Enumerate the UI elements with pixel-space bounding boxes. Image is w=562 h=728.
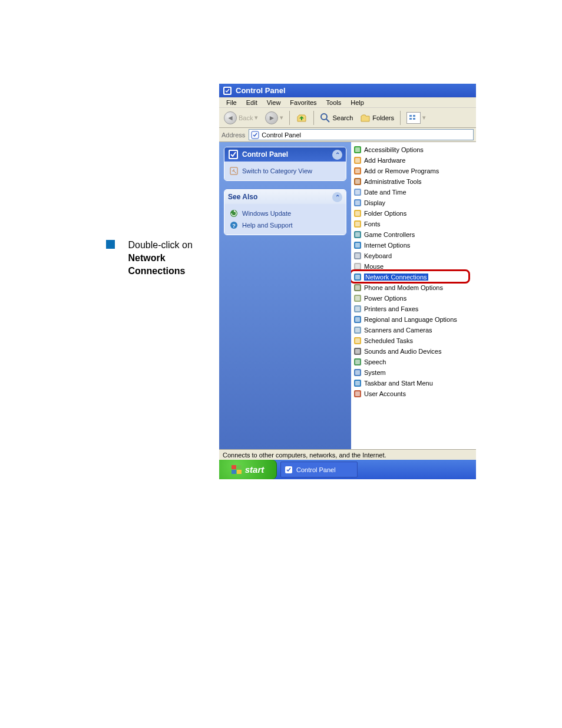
keyboard-icon bbox=[353, 251, 362, 261]
cp-item-add-hardware[interactable]: Add Hardware bbox=[352, 155, 475, 166]
cp-item-scanners[interactable]: Scanners and Cameras bbox=[352, 325, 475, 335]
menu-help[interactable]: Help bbox=[346, 98, 369, 107]
views-button[interactable]: ▾ bbox=[404, 111, 428, 124]
address-label: Address bbox=[222, 131, 245, 139]
phone-icon bbox=[353, 283, 362, 292]
svg-rect-18 bbox=[355, 158, 360, 163]
svg-rect-34 bbox=[355, 243, 360, 248]
cp-item-phone[interactable]: Phone and Modem Options bbox=[352, 282, 475, 293]
cp-item-fonts[interactable]: Fonts bbox=[352, 219, 475, 229]
menu-view[interactable]: View bbox=[262, 98, 286, 107]
cp-item-add-remove[interactable]: Add or Remove Programs bbox=[352, 166, 475, 176]
menu-file[interactable]: File bbox=[222, 98, 242, 107]
cp-item-internet[interactable]: Internet Options bbox=[352, 240, 475, 251]
taskpane-header-icon bbox=[228, 149, 239, 160]
svg-rect-38 bbox=[355, 264, 360, 269]
cp-item-label: Scanners and Cameras bbox=[364, 327, 432, 334]
regional-icon bbox=[353, 315, 362, 324]
back-arrow-icon: ◄ bbox=[224, 111, 237, 124]
folder-up-icon bbox=[296, 112, 308, 124]
taskbar-app-icon bbox=[285, 466, 293, 474]
speech-icon bbox=[353, 357, 362, 367]
back-label: Back bbox=[239, 114, 253, 121]
cp-item-regional[interactable]: Regional and Language Options bbox=[352, 314, 475, 325]
add-hardware-icon bbox=[353, 156, 362, 165]
taskbar-app-control-panel[interactable]: Control Panel bbox=[280, 462, 358, 477]
address-value: Control Panel bbox=[262, 131, 301, 139]
folders-button[interactable]: Folders bbox=[358, 112, 396, 124]
cp-item-printers[interactable]: Printers and Faxes bbox=[352, 304, 475, 314]
add-remove-icon bbox=[353, 166, 362, 176]
cp-item-accessibility[interactable]: Accessibility Options bbox=[352, 144, 475, 155]
cp-item-date-time[interactable]: Date and Time bbox=[352, 187, 475, 197]
svg-rect-65 bbox=[232, 470, 236, 474]
windows-logo-icon bbox=[232, 465, 242, 475]
game-icon bbox=[353, 230, 362, 239]
cp-item-mouse[interactable]: Mouse bbox=[352, 261, 475, 272]
svg-rect-24 bbox=[355, 190, 360, 195]
cp-item-label: Speech bbox=[364, 358, 386, 365]
svg-point-2 bbox=[321, 114, 327, 120]
instruction-line3: Connections bbox=[128, 266, 185, 276]
taskpane-see-also: See Also ⌃ Windows Update ? bbox=[224, 189, 346, 235]
cp-item-speech[interactable]: Speech bbox=[352, 357, 475, 367]
address-field[interactable]: Control Panel bbox=[249, 129, 474, 140]
taskbar-app-label: Control Panel bbox=[296, 466, 336, 473]
printers-icon bbox=[353, 304, 362, 314]
switch-category-view[interactable]: Switch to Category View bbox=[229, 165, 341, 177]
svg-rect-56 bbox=[355, 360, 360, 364]
menu-tools[interactable]: Tools bbox=[322, 98, 346, 107]
svg-rect-7 bbox=[413, 118, 415, 120]
cp-item-label: Folder Options bbox=[364, 210, 406, 217]
accessibility-icon bbox=[353, 145, 362, 154]
cp-item-label: Date and Time bbox=[364, 189, 406, 196]
windows-update-link[interactable]: Windows Update bbox=[229, 207, 341, 219]
cp-item-label: Sounds and Audio Devices bbox=[364, 348, 441, 355]
cp-item-label: Network Connections bbox=[364, 274, 428, 281]
cp-item-label: User Accounts bbox=[364, 390, 406, 397]
cp-item-label: Display bbox=[364, 199, 385, 206]
cp-item-folder-options[interactable]: Folder Options bbox=[352, 208, 475, 219]
help-support-link[interactable]: ? Help and Support bbox=[229, 219, 341, 231]
cp-item-network[interactable]: Network Connections bbox=[352, 272, 475, 282]
cp-item-display[interactable]: Display bbox=[352, 197, 475, 208]
cp-item-label: System bbox=[364, 369, 386, 376]
back-button: ◄ Back ▾ bbox=[222, 111, 260, 125]
forward-button: ► ▾ bbox=[263, 111, 286, 125]
svg-rect-4 bbox=[409, 115, 412, 117]
collapse-icon[interactable]: ⌃ bbox=[332, 150, 342, 160]
see-also-header[interactable]: See Also ⌃ bbox=[224, 190, 346, 204]
cp-item-label: Add or Remove Programs bbox=[364, 167, 439, 174]
search-button[interactable]: Search bbox=[318, 112, 355, 124]
start-label: start bbox=[245, 465, 265, 475]
cp-item-users[interactable]: User Accounts bbox=[352, 388, 475, 399]
cp-item-keyboard[interactable]: Keyboard bbox=[352, 251, 475, 261]
help-support-label: Help and Support bbox=[242, 222, 293, 229]
cp-item-taskbar[interactable]: Taskbar and Start Menu bbox=[352, 378, 475, 388]
up-button[interactable] bbox=[293, 111, 310, 124]
scanners-icon bbox=[353, 325, 362, 335]
cp-item-scheduled[interactable]: Scheduled Tasks bbox=[352, 335, 475, 346]
svg-rect-42 bbox=[355, 285, 360, 290]
taskpane-header[interactable]: Control Panel ⌃ bbox=[224, 147, 346, 162]
svg-rect-60 bbox=[355, 381, 360, 386]
scheduled-icon bbox=[353, 336, 362, 345]
cp-item-game[interactable]: Game Controllers bbox=[352, 229, 475, 240]
svg-rect-26 bbox=[355, 200, 360, 205]
forward-arrow-icon: ► bbox=[265, 111, 278, 124]
menu-favorites[interactable]: Favorites bbox=[285, 98, 321, 107]
display-icon bbox=[353, 198, 362, 207]
menu-edit[interactable]: Edit bbox=[242, 98, 262, 107]
start-button[interactable]: start bbox=[219, 460, 277, 479]
svg-rect-16 bbox=[355, 147, 360, 152]
svg-rect-54 bbox=[355, 349, 360, 354]
cp-item-system[interactable]: System bbox=[352, 367, 475, 378]
cp-item-label: Administrative Tools bbox=[364, 178, 422, 185]
cp-item-admin-tools[interactable]: Administrative Tools bbox=[352, 176, 475, 187]
cp-item-power[interactable]: Power Options bbox=[352, 293, 475, 304]
collapse-icon[interactable]: ⌃ bbox=[332, 192, 342, 202]
cp-item-label: Taskbar and Start Menu bbox=[364, 380, 433, 387]
cp-item-sounds[interactable]: Sounds and Audio Devices bbox=[352, 346, 475, 357]
cp-item-label: Power Options bbox=[364, 295, 406, 302]
svg-rect-20 bbox=[355, 169, 360, 173]
